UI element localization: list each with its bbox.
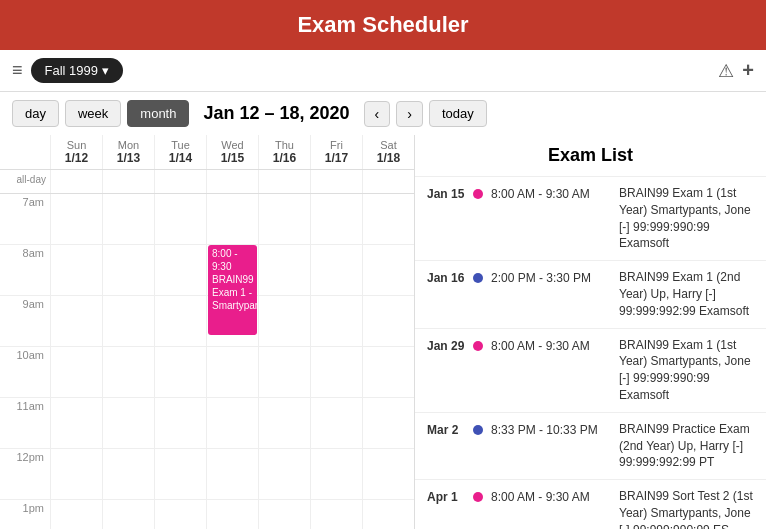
exam-time: 8:00 AM - 9:30 AM [491, 488, 611, 504]
warning-icon[interactable]: ⚠ [718, 60, 734, 82]
cell-1pm-sun[interactable] [50, 500, 102, 529]
exam-time: 8:00 AM - 9:30 AM [491, 337, 611, 353]
cell-1pm-tue[interactable] [154, 500, 206, 529]
cell-11am-sun[interactable] [50, 398, 102, 448]
toolbar: ≡ Fall 1999 ▾ ⚠ + [0, 50, 766, 92]
cell-7am-tue[interactable] [154, 194, 206, 244]
dropdown-arrow-icon: ▾ [102, 63, 109, 78]
cell-1pm-mon[interactable] [102, 500, 154, 529]
cell-8am-thu[interactable] [258, 245, 310, 295]
add-icon[interactable]: + [742, 59, 754, 82]
all-day-cell-wed [206, 170, 258, 193]
cell-8am-tue[interactable] [154, 245, 206, 295]
cell-9am-tue[interactable] [154, 296, 206, 346]
calendar-event-brain99-exam1-1styr[interactable]: 8:00 - 9:30BRAIN99Exam 1 -Smartypant [208, 245, 257, 335]
exam-list-title: Exam List [415, 135, 766, 177]
time-label-10am: 10am [0, 347, 50, 397]
cell-1pm-wed[interactable] [206, 500, 258, 529]
cell-11am-tue[interactable] [154, 398, 206, 448]
cell-9am-thu[interactable] [258, 296, 310, 346]
exam-date: Apr 1 [427, 488, 465, 504]
cell-9am-sun[interactable] [50, 296, 102, 346]
next-button[interactable]: › [396, 101, 423, 127]
cell-7am-thu[interactable] [258, 194, 310, 244]
main-layout: Sun1/12 Mon1/13 Tue1/14 Wed1/15 Thu1/16 … [0, 135, 766, 529]
list-item[interactable]: Jan 16 2:00 PM - 3:30 PM BRAIN99 Exam 1 … [415, 261, 766, 328]
exam-date: Jan 15 [427, 185, 465, 201]
exam-description: BRAIN99 Exam 1 (1st Year) Smartypants, J… [619, 185, 754, 252]
cell-7am-sun[interactable] [50, 194, 102, 244]
day-header-wed: Wed1/15 [206, 135, 258, 169]
all-day-label: all-day [0, 170, 50, 193]
cell-8am-mon[interactable] [102, 245, 154, 295]
cell-10am-tue[interactable] [154, 347, 206, 397]
prev-button[interactable]: ‹ [364, 101, 391, 127]
cell-12pm-thu[interactable] [258, 449, 310, 499]
cell-11am-thu[interactable] [258, 398, 310, 448]
cell-1pm-thu[interactable] [258, 500, 310, 529]
list-item[interactable]: Apr 1 8:00 AM - 9:30 AM BRAIN99 Sort Tes… [415, 480, 766, 529]
list-item[interactable]: Mar 2 8:33 PM - 10:33 PM BRAIN99 Practic… [415, 413, 766, 480]
cell-12pm-sun[interactable] [50, 449, 102, 499]
time-label-8am: 8am [0, 245, 50, 295]
time-label-7am: 7am [0, 194, 50, 244]
month-view-button[interactable]: month [127, 100, 189, 127]
time-row-1pm: 1pm [0, 500, 414, 529]
day-header-tue: Tue1/14 [154, 135, 206, 169]
day-headers: Sun1/12 Mon1/13 Tue1/14 Wed1/15 Thu1/16 … [0, 135, 414, 170]
cell-12pm-mon[interactable] [102, 449, 154, 499]
cell-9am-fri[interactable] [310, 296, 362, 346]
cell-10am-sun[interactable] [50, 347, 102, 397]
exam-dot [473, 425, 483, 435]
today-button[interactable]: today [429, 100, 487, 127]
all-day-cell-mon [102, 170, 154, 193]
cell-10am-wed[interactable] [206, 347, 258, 397]
cell-11am-sat[interactable] [362, 398, 414, 448]
cell-9am-mon[interactable] [102, 296, 154, 346]
cell-10am-thu[interactable] [258, 347, 310, 397]
week-view-button[interactable]: week [65, 100, 121, 127]
day-view-button[interactable]: day [12, 100, 59, 127]
cell-8am-sun[interactable] [50, 245, 102, 295]
time-label-9am: 9am [0, 296, 50, 346]
cell-7am-wed[interactable] [206, 194, 258, 244]
cell-10am-fri[interactable] [310, 347, 362, 397]
cell-8am-fri[interactable] [310, 245, 362, 295]
cell-11am-wed[interactable] [206, 398, 258, 448]
cell-12pm-sat[interactable] [362, 449, 414, 499]
cell-12pm-fri[interactable] [310, 449, 362, 499]
cell-11am-mon[interactable] [102, 398, 154, 448]
list-item[interactable]: Jan 29 8:00 AM - 9:30 AM BRAIN99 Exam 1 … [415, 329, 766, 413]
all-day-cell-fri [310, 170, 362, 193]
exam-dot [473, 189, 483, 199]
list-item[interactable]: Jan 15 8:00 AM - 9:30 AM BRAIN99 Exam 1 … [415, 177, 766, 261]
day-header-sun: Sun1/12 [50, 135, 102, 169]
day-header-mon: Mon1/13 [102, 135, 154, 169]
all-day-cell-tue [154, 170, 206, 193]
filter-icon[interactable]: ≡ [12, 60, 23, 81]
cell-9am-sat[interactable] [362, 296, 414, 346]
calendar-title: Jan 12 – 18, 2020 [203, 103, 349, 124]
time-row-11am: 11am [0, 398, 414, 449]
cell-12pm-tue[interactable] [154, 449, 206, 499]
cell-8am-wed[interactable]: 8:00 - 9:30BRAIN99Exam 1 -Smartypant [206, 245, 258, 295]
all-day-cell-sat [362, 170, 414, 193]
semester-selector[interactable]: Fall 1999 ▾ [31, 58, 123, 83]
cell-10am-mon[interactable] [102, 347, 154, 397]
cell-11am-fri[interactable] [310, 398, 362, 448]
time-gutter-header [0, 135, 50, 169]
cell-7am-sat[interactable] [362, 194, 414, 244]
cell-7am-fri[interactable] [310, 194, 362, 244]
cell-1pm-fri[interactable] [310, 500, 362, 529]
exam-date: Jan 16 [427, 269, 465, 285]
time-row-12pm: 12pm [0, 449, 414, 500]
cell-7am-mon[interactable] [102, 194, 154, 244]
cell-10am-sat[interactable] [362, 347, 414, 397]
time-row-7am: 7am [0, 194, 414, 245]
cell-12pm-wed[interactable] [206, 449, 258, 499]
exam-time: 8:00 AM - 9:30 AM [491, 185, 611, 201]
toolbar-right: ⚠ + [718, 59, 754, 82]
calendar-area: Sun1/12 Mon1/13 Tue1/14 Wed1/15 Thu1/16 … [0, 135, 415, 529]
cell-1pm-sat[interactable] [362, 500, 414, 529]
cell-8am-sat[interactable] [362, 245, 414, 295]
